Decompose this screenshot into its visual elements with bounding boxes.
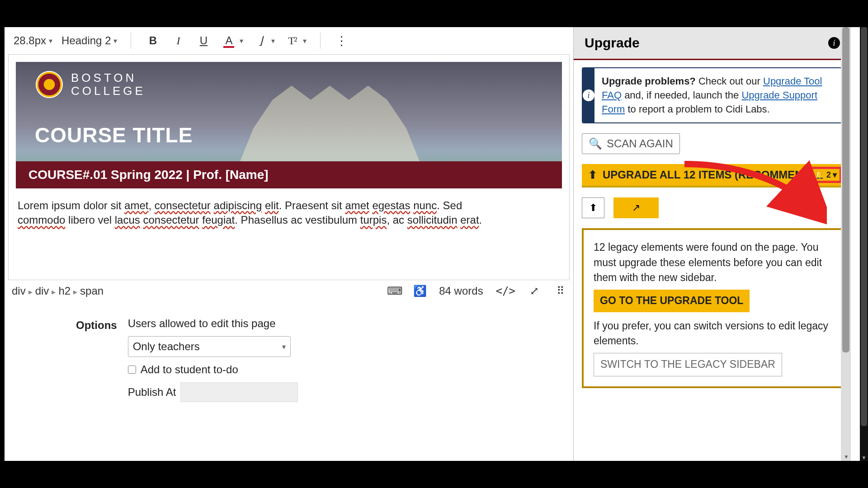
app-window: 28.8px ▾ Heading 2 ▾ B I U A ▾ ⌋ ▾ T² ▾ (5, 27, 861, 461)
info-icon: i (583, 89, 594, 101)
upgrade-all-button[interactable]: ⬆ UPGRADE ALL 12 ITEMS (RECOMMENDED) 🔔 2… (582, 164, 843, 188)
upgrade-problems-alert: i Upgrade problems? Check out our Upgrad… (582, 67, 843, 123)
options-label: Options (76, 319, 117, 402)
chevron-down-icon: ▾ (240, 37, 243, 45)
rich-text-editor[interactable]: BOSTON COLLEGE COURSE TITLE COURSE#.01 S… (8, 54, 570, 280)
course-banner: BOSTON COLLEGE COURSE TITLE COURSE#.01 S… (16, 62, 562, 188)
italic-button[interactable]: I (170, 33, 186, 49)
info-icon[interactable]: i (828, 37, 840, 49)
upload-button[interactable]: ⬆ (582, 197, 604, 218)
underline-button[interactable]: U (195, 33, 212, 49)
institution-brand: BOSTON COLLEGE (36, 71, 146, 98)
notification-count: 2 (826, 170, 831, 180)
notification-badge[interactable]: 🔔 2 ▾ (810, 167, 842, 183)
more-options-button[interactable]: ⋯ (334, 33, 350, 49)
upgrade-toolbar: ⬆ ↗ (582, 197, 843, 218)
todo-checkbox-row[interactable]: Add to student to-do (128, 363, 298, 376)
element-breadcrumb[interactable]: div▸div▸h2▸span (12, 285, 104, 297)
publish-at-input[interactable] (180, 382, 298, 402)
course-subtitle: COURSE#.01 Spring 2022 | Prof. [Name] (16, 161, 562, 188)
highlight-color-dropdown[interactable]: ⌋ ▾ (252, 33, 275, 49)
go-to-upgrade-button[interactable]: GO TO THE UPGRADE TOOL (594, 290, 750, 312)
scan-again-button[interactable]: 🔍 SCAN AGAIN (582, 133, 680, 154)
bold-button[interactable]: B (145, 33, 161, 49)
upgrade-sidebar: Upgrade i i Upgrade problems? Check out … (573, 27, 851, 461)
institution-name: BOSTON COLLEGE (71, 71, 146, 97)
legacy-warning-text: 12 legacy elements were found on the pag… (594, 240, 831, 285)
upgrade-all-label: UPGRADE ALL 12 ITEMS (RECOMMENDED) (603, 169, 829, 181)
page-scrollbar[interactable]: ▼ (860, 27, 868, 461)
accessibility-icon[interactable]: ♿ (414, 285, 426, 297)
external-link-icon: ↗ (632, 202, 640, 214)
block-format-dropdown[interactable]: Heading 2 ▾ (61, 34, 117, 47)
legacy-warning-panel: 12 legacy elements were found on the pag… (582, 228, 843, 388)
search-icon: 🔍 (589, 137, 602, 150)
bell-icon: 🔔 (815, 170, 825, 180)
todo-label: Add to student to-do (141, 363, 238, 376)
upload-icon: ⬆ (589, 202, 597, 214)
chevron-down-icon: ▾ (282, 343, 286, 351)
switch-legacy-button[interactable]: SWITCH TO THE LEGACY SIDEBAR (594, 353, 782, 376)
caret-down-icon: ▾ (833, 170, 837, 180)
sidebar-header: Upgrade i (574, 27, 851, 60)
school-seal-icon (36, 71, 63, 98)
edit-permissions-label: Users allowed to edit this page (128, 317, 298, 330)
editor-statusbar: div▸div▸h2▸span ⌨ ♿ 84 words </> ⤢ ⠿ (8, 280, 570, 299)
sidebar-scrollbar[interactable]: ▲ ▼ (841, 27, 851, 461)
word-count: 84 words (439, 285, 483, 297)
text-color-icon: A (221, 33, 237, 49)
chevron-down-icon: ▾ (303, 37, 307, 45)
resize-handle-icon[interactable]: ⠿ (553, 285, 566, 297)
scan-again-label: SCAN AGAIN (607, 137, 673, 150)
page-options: Options Users allowed to edit this page … (8, 317, 570, 402)
chevron-down-icon: ▾ (113, 37, 117, 45)
todo-checkbox[interactable] (128, 366, 136, 374)
superscript-icon: T² (284, 33, 300, 49)
chevron-down-icon: ▾ (271, 37, 275, 45)
chevron-down-icon: ▾ (49, 37, 52, 45)
course-title: COURSE TITLE (35, 123, 193, 147)
font-size-dropdown[interactable]: 28.8px ▾ (14, 34, 52, 47)
select-value: Only teachers (133, 340, 200, 353)
html-view-button[interactable]: </> (496, 285, 515, 297)
legacy-switch-text: If you prefer, you can switch versions t… (594, 319, 831, 349)
sidebar-title: Upgrade (585, 35, 640, 51)
publish-at-label: Publish At (128, 386, 176, 399)
toolbar-separator (320, 33, 321, 49)
font-size-value: 28.8px (14, 34, 46, 47)
body-paragraph: Lorem ipsum dolor sit amet, consectetur … (9, 196, 569, 234)
keyboard-icon[interactable]: ⌨ (388, 285, 401, 297)
upload-icon: ⬆ (588, 169, 597, 181)
editor-pane: 28.8px ▾ Heading 2 ▾ B I U A ▾ ⌋ ▾ T² ▾ (5, 27, 573, 461)
fullscreen-icon[interactable]: ⤢ (528, 285, 541, 297)
text-color-dropdown[interactable]: A ▾ (221, 33, 243, 49)
alert-lead: Upgrade problems? (602, 75, 696, 87)
highlight-icon: ⌋ (252, 33, 269, 49)
edit-permissions-select[interactable]: Only teachers ▾ (128, 336, 291, 357)
editor-toolbar: 28.8px ▾ Heading 2 ▾ B I U A ▾ ⌋ ▾ T² ▾ (8, 29, 570, 52)
toolbar-separator (131, 33, 131, 49)
open-external-button[interactable]: ↗ (613, 197, 659, 218)
block-format-value: Heading 2 (61, 34, 111, 47)
superscript-dropdown[interactable]: T² ▾ (284, 33, 307, 49)
